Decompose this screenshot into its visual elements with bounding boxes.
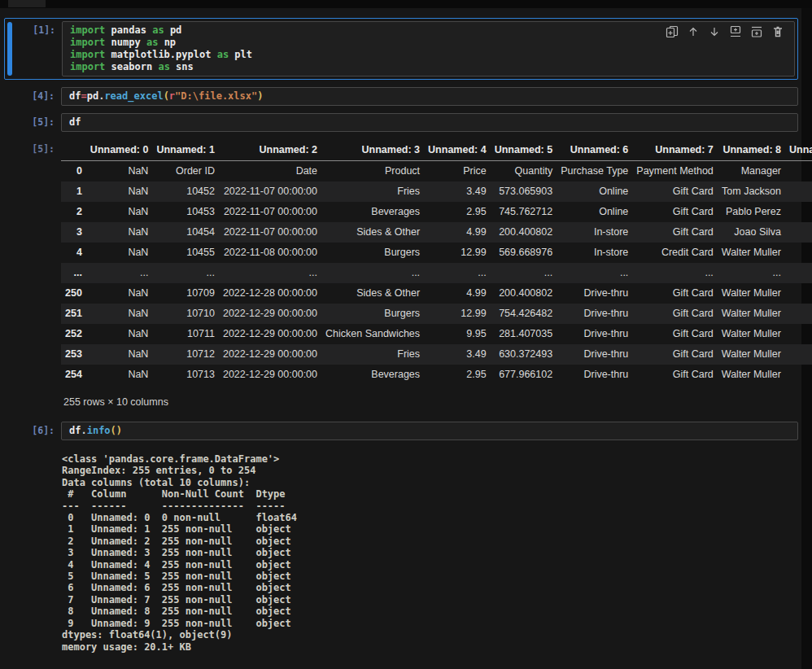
table-cell: In-store	[557, 222, 632, 243]
table-cell: 10710	[152, 304, 219, 324]
table-cell: Joao Silva	[718, 222, 785, 243]
rows-columns-summary: 255 rows × 10 columns	[63, 396, 812, 408]
column-header: Unnamed: 9	[785, 140, 812, 161]
table-cell: Berlin	[785, 365, 812, 385]
table-cell: NaN	[86, 202, 153, 222]
table-row: 3NaN104542022-11-07 00:00:00Sides & Othe…	[61, 222, 812, 243]
table-row: .................................	[61, 263, 812, 283]
table-cell: Walter Muller	[718, 243, 785, 263]
table-cell: ...	[86, 263, 153, 283]
table-cell: 4.99	[424, 222, 491, 243]
table-cell: Berlin	[785, 243, 812, 263]
table-cell: ...	[718, 263, 785, 283]
info-output-row: <class 'pandas.core.frame.DataFrame'> Ra…	[4, 447, 798, 653]
column-header: Unnamed: 5	[491, 140, 557, 161]
move-cell-down-icon[interactable]	[708, 25, 721, 38]
table-row: 253NaN107122022-12-29 00:00:00Fries3.496…	[61, 344, 812, 365]
table-cell: Gift Card	[632, 365, 718, 385]
move-cell-up-icon[interactable]	[687, 25, 700, 38]
table-cell: NaN	[86, 161, 153, 182]
selected-cell-indicator[interactable]	[7, 22, 12, 76]
column-header: Unnamed: 6	[557, 140, 632, 161]
code-line: df	[69, 116, 790, 129]
table-cell: 2022-11-07 00:00:00	[219, 181, 321, 202]
delete-cell-icon[interactable]	[771, 25, 784, 38]
table-cell: 677.966102	[491, 365, 557, 385]
execution-count-5: [5]:	[4, 113, 61, 132]
column-header: Unnamed: 0	[86, 140, 153, 161]
table-cell: 573.065903	[491, 181, 557, 202]
top-bar	[0, 0, 812, 8]
table-row: 0NaNOrder IDDateProductPriceQuantityPurc…	[61, 161, 812, 182]
table-cell: Gift Card	[632, 344, 718, 365]
row-index: ...	[61, 263, 86, 283]
table-cell: 2022-12-29 00:00:00	[219, 344, 321, 365]
cell-4: [4]: df=pd.read_excel(r"D:\file.xlsx")	[4, 87, 798, 106]
table-cell: Drive-thru	[557, 324, 632, 344]
table-cell: 10455	[152, 243, 219, 263]
table-cell: ...	[424, 263, 491, 283]
table-cell: Product	[321, 161, 424, 182]
table-cell: 200.400802	[491, 222, 557, 243]
table-cell: Drive-thru	[557, 304, 632, 324]
table-cell: Online	[557, 181, 632, 202]
row-index: 2	[61, 202, 86, 222]
table-cell: 200.400802	[491, 283, 557, 304]
copy-cell-icon[interactable]	[666, 25, 679, 38]
execution-count-4: [4]:	[4, 87, 61, 106]
table-cell: NaN	[86, 304, 153, 324]
code-line: import numpy as np	[70, 37, 787, 49]
table-cell: Gift Card	[632, 324, 718, 344]
table-cell: Pablo Perez	[718, 202, 785, 222]
table-cell: 10712	[152, 344, 219, 365]
table-cell: 569.668976	[491, 243, 557, 263]
code-editor-6[interactable]: df.info()	[61, 422, 798, 440]
table-cell: Walter Muller	[718, 324, 785, 344]
table-cell: Payment Method	[632, 161, 718, 182]
table-cell: 10453	[152, 202, 219, 222]
code-editor-4[interactable]: df=pd.read_excel(r"D:\file.xlsx")	[61, 87, 798, 106]
table-cell: 10452	[152, 181, 219, 202]
code-line: import seaborn as sns	[70, 61, 787, 73]
table-cell: 12.99	[424, 243, 491, 263]
table-cell: 2022-11-08 00:00:00	[219, 243, 321, 263]
table-cell: 4.99	[424, 283, 491, 304]
table-cell: Credit Card	[632, 243, 718, 263]
code-line: df=pd.read_excel(r"D:\file.xlsx")	[69, 90, 790, 103]
table-cell: Order ID	[152, 161, 219, 182]
table-cell: Walter Muller	[718, 304, 785, 324]
table-cell: Quantity	[491, 161, 557, 182]
output-count-5: [5]:	[4, 138, 61, 408]
table-cell: Sides & Other	[321, 283, 424, 304]
table-cell: Gift Card	[632, 283, 718, 304]
table-cell: 2022-12-28 00:00:00	[219, 283, 321, 304]
table-cell: Price	[424, 161, 491, 182]
table-cell: 2022-11-07 00:00:00	[219, 222, 321, 243]
row-index: 4	[61, 243, 86, 263]
table-cell: Madrid	[785, 202, 812, 222]
row-index: 3	[61, 222, 86, 243]
table-cell: ...	[491, 263, 557, 283]
table-cell: ...	[219, 263, 321, 283]
table-cell: NaN	[86, 222, 153, 243]
table-cell: City	[785, 161, 812, 182]
output-count-6	[4, 447, 61, 653]
table-cell: 10711	[152, 324, 219, 344]
dataframe-output: [5]: Unnamed: 0Unnamed: 1Unnamed: 2Unnam…	[4, 138, 798, 408]
table-cell: Purchase Type	[557, 161, 632, 182]
table-cell: Online	[557, 202, 632, 222]
insert-cell-above-icon[interactable]	[729, 25, 742, 38]
table-cell: 745.762712	[491, 202, 557, 222]
row-index: 250	[61, 283, 86, 304]
table-cell: NaN	[86, 181, 153, 202]
cell-toolbar	[666, 25, 784, 38]
table-cell: 10713	[152, 365, 219, 385]
cell-6: [6]: df.info()	[4, 422, 798, 440]
code-editor-5[interactable]: df	[61, 113, 798, 132]
window-tab-stub	[8, 0, 46, 7]
table-cell: Lisbon	[785, 222, 812, 243]
execution-count-1: [1]:	[5, 21, 62, 77]
table-row: 252NaN107112022-12-29 00:00:00Chicken Sa…	[61, 324, 812, 344]
table-cell: 2022-12-29 00:00:00	[219, 365, 321, 385]
insert-cell-below-icon[interactable]	[750, 25, 763, 38]
